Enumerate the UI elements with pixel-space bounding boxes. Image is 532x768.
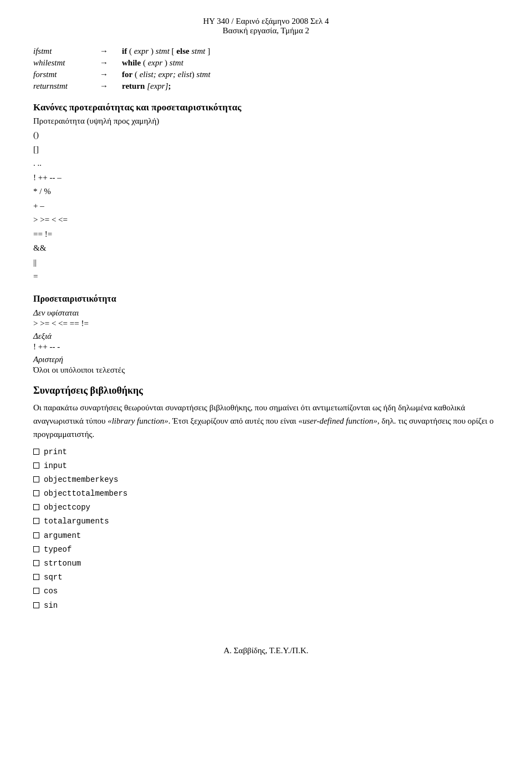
library-function-item: objectmemberkeys [33,473,499,487]
grammar-arrow-whilestmt: → [100,58,122,68]
grammar-arrow-forstmt: → [100,70,122,79]
grammar-lhs-ifstmt: ifstmt [33,47,100,56]
assoc-ops-left: Όλοι οι υπόλοιποι τελεστές [33,365,499,375]
checkbox-icon [33,504,39,510]
grammar-row-returnstmt: returnstmt → return [expr]; [33,82,499,91]
library-function-name: input [44,459,67,473]
grammar-rhs-returnstmt: return [expr]; [122,82,499,91]
associativity-title: Προσεταιριστικότητα [33,294,499,304]
library-function-item: argument [33,529,499,543]
grammar-row-forstmt: forstmt → for ( elist; expr; elist) stmt [33,70,499,79]
grammar-arrow-ifstmt: → [100,47,122,56]
library-function-name: totalarguments [44,515,109,528]
grammar-rhs-forstmt: for ( elist; expr; elist) stmt [122,70,499,79]
assoc-ops-none: > >= < <= == != [33,319,499,328]
priority-item-and: && [33,241,499,256]
priority-item-not: ! ++ -- – [33,171,499,185]
library-function-name: objectcopy [44,501,90,515]
library-function-item: input [33,459,499,473]
library-function-item: strtonum [33,557,499,571]
grammar-arrow-returnstmt: → [100,82,122,91]
associativity-section: Προσεταιριστικότητα Δεν υφίσταται > >= <… [33,294,499,375]
priority-section: Κανόνες προτεραιότητας και προσεταιριστι… [33,102,499,284]
library-title: Συναρτήσεις βιβλιοθήκης [33,385,499,396]
priority-title: Κανόνες προτεραιότητας και προσεταιριστι… [33,102,499,113]
assoc-row-right: Δεξιά ! ++ -- - [33,332,499,352]
grammar-lhs-forstmt: forstmt [33,70,100,79]
grammar-row-ifstmt: ifstmt → if ( expr ) stmt [ else stmt ] [33,47,499,56]
grammar-rhs-ifstmt: if ( expr ) stmt [ else stmt ] [122,47,499,56]
assoc-label-right: Δεξιά [33,332,499,341]
library-function-list: printinputobjectmemberkeysobjecttotalmem… [33,445,499,613]
checkbox-icon [33,574,39,580]
library-function-item: sqrt [33,571,499,584]
assoc-row-left: Αριστερή Όλοι οι υπόλοιποι τελεστές [33,355,499,375]
library-function-name: sqrt [44,571,63,584]
grammar-rhs-whilestmt: while ( expr ) stmt [122,58,499,68]
checkbox-icon [33,602,39,608]
library-function-name: print [44,445,67,459]
library-desc-italic2: «user-defined function» [298,416,377,425]
library-function-name: cos [44,584,58,598]
assoc-label-left: Αριστερή [33,355,499,364]
priority-item-brackets: [] [33,143,499,157]
assoc-ops-right: ! ++ -- - [33,342,499,352]
checkbox-icon [33,518,39,524]
priority-item-eq: == != [33,227,499,242]
priority-item-parens: () [33,128,499,143]
library-function-name: typeof [44,543,71,557]
priority-item-or: || [33,256,499,270]
checkbox-icon [33,588,39,594]
grammar-table: ifstmt → if ( expr ) stmt [ else stmt ] … [33,47,499,91]
priority-item-compare: > >= < <= [33,213,499,227]
library-section: Συναρτήσεις βιβλιοθήκης Οι παρακάτω συνα… [33,385,499,613]
library-function-name: strtonum [44,557,81,571]
library-function-item: typeof [33,543,499,557]
page-header: ΗΥ 340 / Εαρινό εξάμηνο 2008 Σελ 4 Βασικ… [33,17,499,35]
checkbox-icon [33,560,39,566]
priority-subtitle: Προτεραιότητα (υψηλή προς χαμηλή) [33,116,499,126]
priority-list: () [] . .. ! ++ -- – * / % + – > >= < <=… [33,128,499,284]
library-function-item: objecttotalmembers [33,487,499,501]
library-function-name: objectmemberkeys [44,473,118,487]
checkbox-icon [33,462,39,469]
page-footer: Α. Σαββίδης, Τ.Ε.Υ./Π.Κ. [33,646,499,655]
library-function-name: argument [44,529,81,543]
priority-item-dot: . .. [33,156,499,171]
assoc-label-none: Δεν υφίσταται [33,308,499,318]
header-line1: ΗΥ 340 / Εαρινό εξάμηνο 2008 Σελ 4 [33,17,499,26]
library-function-item: print [33,445,499,459]
header-line2: Βασική εργασία, Τμήμα 2 [33,26,499,35]
library-function-item: totalarguments [33,515,499,528]
checkbox-icon [33,476,39,482]
grammar-lhs-whilestmt: whilestmt [33,58,100,68]
grammar-row-whilestmt: whilestmt → while ( expr ) stmt [33,58,499,68]
library-function-name: sin [44,599,58,613]
rhs-if-keyword: if ( expr ) stmt [ else stmt ] [122,47,210,55]
checkbox-icon [33,546,39,552]
grammar-lhs-returnstmt: returnstmt [33,82,100,91]
library-function-name: objecttotalmembers [44,487,127,501]
library-function-item: cos [33,584,499,598]
library-description: Οι παρακάτω συναρτήσεις θεωρούνται συναρ… [33,401,499,441]
library-function-item: sin [33,599,499,613]
library-function-item: objectcopy [33,501,499,515]
checkbox-icon [33,449,39,455]
footer-text: Α. Σαββίδης, Τ.Ε.Υ./Π.Κ. [223,646,308,655]
priority-item-mult: * / % [33,185,499,199]
library-desc-italic1: «library function» [108,416,168,425]
checkbox-icon [33,490,39,496]
checkbox-icon [33,532,39,538]
priority-item-add: + – [33,199,499,213]
priority-item-assign: = [33,269,499,284]
library-desc-end1: . Έτσι ξεχωρίζουν από αυτές που είναι [168,416,299,425]
assoc-row-none: Δεν υφίσταται > >= < <= == != [33,308,499,328]
